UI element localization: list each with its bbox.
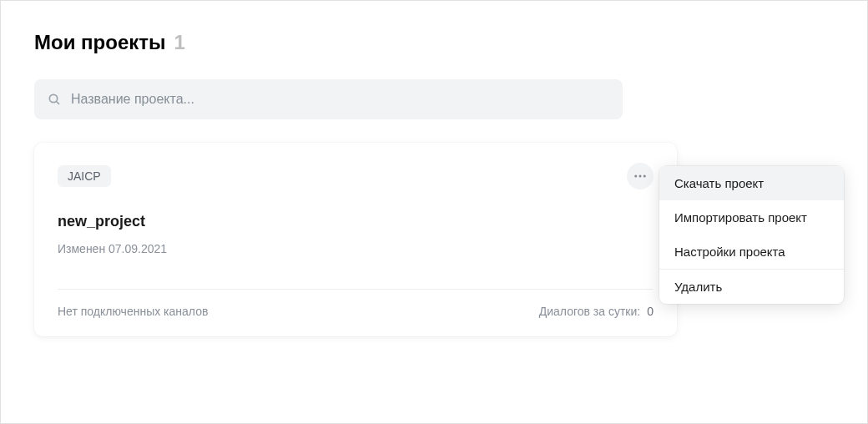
- svg-point-4: [643, 175, 646, 178]
- dialogs-count: 0: [647, 305, 654, 318]
- no-channels-text: Нет подключенных каналов: [58, 305, 208, 318]
- svg-point-3: [639, 175, 642, 178]
- search-bar[interactable]: [34, 79, 623, 119]
- divider: [58, 289, 654, 290]
- project-context-menu: Скачать проект Импортировать проект Наст…: [659, 166, 844, 304]
- project-modified: Изменен 07.09.2021: [58, 242, 654, 255]
- dialogs-stat: Диалогов за сутки: 0: [539, 305, 654, 318]
- more-horizontal-icon: [633, 169, 648, 184]
- svg-point-0: [49, 94, 57, 102]
- svg-line-1: [57, 102, 59, 104]
- project-tag: JAICP: [58, 165, 111, 187]
- dialogs-label: Диалогов за сутки:: [539, 305, 640, 318]
- page-header: Мои проекты 1: [34, 31, 834, 54]
- project-card[interactable]: JAICP new_project Изменен 07.09.2021 Нет…: [34, 143, 677, 336]
- menu-item-delete[interactable]: Удалить: [659, 270, 844, 304]
- menu-item-download[interactable]: Скачать проект: [659, 166, 844, 200]
- svg-point-2: [634, 175, 637, 178]
- projects-count: 1: [174, 31, 185, 54]
- menu-item-import[interactable]: Импортировать проект: [659, 200, 844, 235]
- project-name: new_project: [58, 213, 654, 230]
- search-icon: [48, 93, 61, 106]
- more-button[interactable]: [627, 163, 654, 189]
- page-title: Мои проекты: [34, 31, 166, 54]
- menu-item-settings[interactable]: Настройки проекта: [659, 235, 844, 269]
- search-input[interactable]: [71, 92, 609, 107]
